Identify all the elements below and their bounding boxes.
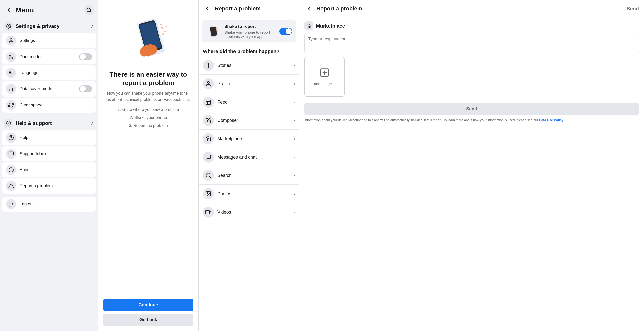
photos-item[interactable]: Photos › [199,185,299,203]
dark-mode-toggle-knob [80,54,86,60]
dark-mode-toggle[interactable] [79,53,92,60]
data-saver-item[interactable]: Data saver mode [2,81,96,97]
shake-title: There is an easier way to report a probl… [98,70,198,87]
clear-space-item[interactable]: Clear space [2,98,96,113]
language-label: Language [20,70,92,75]
shake-description: Now you can shake your phone anytime to … [98,87,198,106]
svg-point-32 [216,28,217,30]
shake-card-desc: Shake your phone to report problems with… [224,30,276,39]
help-item[interactable]: Help [2,130,96,145]
support-inbox-icon [6,149,16,159]
search-problem-icon [203,170,214,181]
messages-chat-chevron-icon: › [294,155,295,160]
add-image-button[interactable]: add image... [304,57,345,97]
help-section-header: Help & support ∧ [0,115,98,130]
feed-item[interactable]: Feed › [199,93,299,111]
profile-label: Profile [217,81,290,86]
shake-toggle[interactable] [279,28,292,35]
logout-item[interactable]: Log out [2,197,96,212]
profile-icon [203,78,214,89]
data-saver-toggle[interactable] [79,85,92,92]
videos-icon [203,207,214,218]
report-detail-header-left: Report a problem [304,4,362,13]
help-section-icon [4,119,13,128]
language-icon: Aa [6,68,16,78]
composer-label: Composer [217,118,290,123]
report-problem-label: Report a problem [20,183,92,188]
report-problem-icon [6,181,16,191]
support-inbox-item[interactable]: Support Inbox [2,146,96,161]
messages-chat-icon [203,152,214,163]
search-button[interactable] [84,5,94,15]
send-header-button[interactable]: Send [627,6,639,12]
search-icon [86,7,92,13]
data-saver-label: Data saver mode [20,86,76,91]
svg-rect-45 [206,210,209,214]
dark-mode-label: Dark mode [20,54,76,59]
svg-point-28 [165,26,167,27]
stories-item[interactable]: Stories › [199,56,299,75]
photos-icon [203,188,214,199]
composer-item[interactable]: Composer › [199,111,299,130]
messages-chat-item[interactable]: Messages and chat › [199,148,299,166]
about-item[interactable]: About [2,162,96,177]
profile-chevron-icon: › [294,81,295,86]
help-section-title: Help & support [16,120,52,126]
where-back-button[interactable] [203,4,212,13]
videos-item[interactable]: Videos › [199,203,299,221]
settings-section-header: Settings & privacy ∧ [0,18,98,33]
svg-point-2 [8,26,9,27]
marketplace-section-icon [304,21,313,30]
settings-label: Settings [20,38,92,43]
dark-mode-item[interactable]: Dark mode [2,49,96,64]
settings-item[interactable]: Settings [2,33,96,48]
report-problem-item[interactable]: Report a problem [2,178,96,194]
back-button[interactable] [4,6,13,15]
svg-point-34 [216,31,217,32]
gear-icon [6,24,11,29]
settings-icon [6,36,16,46]
profile-item[interactable]: Profile › [199,75,299,93]
where-header-title: Report a problem [215,5,261,12]
dark-mode-icon [6,52,16,62]
svg-point-33 [217,30,218,31]
report-detail-back-button[interactable] [304,4,313,13]
add-image-plus-icon [319,68,330,79]
clear-space-icon [6,100,16,110]
continue-button[interactable]: Continue [103,299,193,311]
report-section-title: Marketplace [299,17,644,33]
go-back-button[interactable]: Go back [103,314,193,326]
svg-line-1 [90,11,91,12]
back-icon [6,7,12,13]
shake-illustration [123,10,174,65]
marketplace-label: Marketplace [217,136,290,141]
stories-icon [203,60,214,71]
search-item[interactable]: Search › [199,166,299,185]
clear-space-label: Clear space [20,103,92,108]
about-label: About [20,167,92,172]
help-icon [6,133,16,143]
data-saver-toggle-knob [80,86,86,92]
send-main-button[interactable]: Send [304,103,639,115]
svg-point-3 [10,39,12,40]
composer-chevron-icon: › [294,118,295,123]
menu-header: Menu [0,0,98,18]
svg-point-43 [207,193,208,193]
svg-rect-11 [9,152,13,155]
report-detail-back-icon [306,6,312,12]
marketplace-item[interactable]: Marketplace › [199,130,299,148]
data-use-policy-link[interactable]: Data Use Policy [539,118,564,122]
report-detail-header: Report a problem Send [299,0,644,17]
photos-label: Photos [217,191,290,197]
explanation-textarea[interactable] [304,33,639,53]
menu-header-left: Menu [4,6,34,15]
language-item[interactable]: Aa Language [2,65,96,80]
logout-label: Log out [20,202,92,207]
shake-card-title: Shake to report [224,24,276,29]
report-detail-title: Report a problem [316,5,362,12]
marketplace-icon [203,133,214,144]
about-icon [6,165,16,175]
add-image-label: add image... [314,82,335,86]
support-inbox-label: Support Inbox [20,151,92,156]
svg-point-26 [164,31,166,32]
